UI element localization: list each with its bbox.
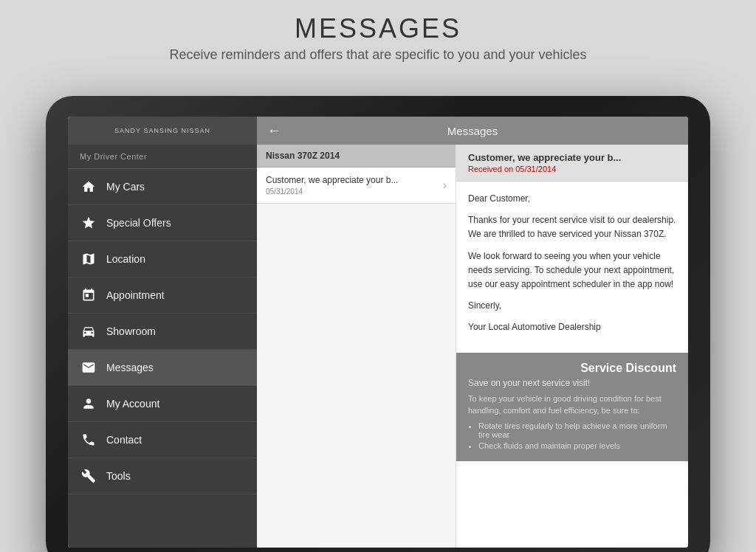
messages-label: Messages (106, 362, 154, 373)
detail-date: Received on 05/31/2014 (468, 165, 676, 173)
appointment-label: Appointment (106, 289, 165, 301)
discount-subtitle: Save on your next service visit! (468, 378, 676, 388)
dealer-name-label: SANDY SANSING NISSAN (114, 127, 210, 134)
sidebar-item-my-cars[interactable]: My Cars (68, 169, 257, 205)
sidebar-item-location[interactable]: Location (68, 241, 257, 277)
detail-header: Customer, we appreciate your b... Receiv… (456, 145, 688, 182)
contact-label: Contact (106, 434, 142, 446)
chevron-right-icon: › (443, 179, 447, 192)
special-offers-label: Special Offers (106, 217, 171, 229)
person-icon (80, 395, 97, 413)
bullet-2: Check fluids and maintain proper levels (478, 441, 676, 450)
message-date: 05/31/2014 (266, 187, 439, 196)
star-icon (80, 214, 97, 232)
page-subtitle: Receive reminders and offers that are sp… (30, 47, 726, 63)
app-content: My Driver Center My Cars Special Offers (68, 145, 688, 548)
app-bar-title: ← Messages (257, 117, 688, 145)
detail-body: Dear Customer, Thanks for your recent se… (456, 182, 688, 353)
detail-title: Customer, we appreciate your b... (468, 152, 676, 163)
car-icon (80, 322, 97, 340)
sidebar-item-contact[interactable]: Contact (68, 422, 257, 458)
message-content: Customer, we appreciate your b... 05/31/… (266, 175, 439, 196)
detail-greeting: Dear Customer, (468, 192, 676, 206)
phone-icon (80, 431, 97, 449)
back-button[interactable]: ← (267, 123, 281, 139)
envelope-icon (80, 359, 97, 376)
sidebar-item-showroom[interactable]: Showroom (68, 314, 257, 350)
dealer-name-bar: SANDY SANSING NISSAN (68, 117, 257, 145)
driver-center-label: My Driver Center (68, 145, 257, 169)
sidebar-item-messages[interactable]: Messages (68, 350, 257, 386)
calendar-icon (80, 286, 97, 304)
sidebar: My Driver Center My Cars Special Offers (68, 145, 257, 548)
message-list-item[interactable]: Customer, we appreciate your b... 05/31/… (257, 168, 456, 204)
bullet-1: Rotate tires regularly to help achieve a… (478, 421, 676, 439)
home-icon (80, 178, 97, 196)
sidebar-item-my-account[interactable]: My Account (68, 386, 257, 422)
sidebar-item-tools[interactable]: Tools (68, 458, 257, 494)
tools-label: Tools (106, 470, 131, 482)
my-account-label: My Account (106, 398, 159, 410)
screen: SANDY SANSING NISSAN ← Messages My Drive… (68, 117, 688, 548)
discount-body: To keep your vehicle in good driving con… (468, 393, 676, 417)
message-detail-panel: Customer, we appreciate your b... Receiv… (456, 145, 688, 548)
detail-body2: We look forward to seeing you when your … (468, 249, 676, 292)
showroom-label: Showroom (106, 325, 156, 337)
location-label: Location (106, 253, 145, 265)
page-header: MESSAGES Receive reminders and offers th… (0, 0, 756, 70)
tools-icon (80, 467, 97, 485)
message-subject: Customer, we appreciate your b... (266, 175, 413, 185)
app-bar: SANDY SANSING NISSAN ← Messages (68, 117, 688, 145)
my-cars-label: My Cars (106, 181, 145, 193)
screen-title-label: Messages (447, 125, 498, 137)
discount-bullets: Rotate tires regularly to help achieve a… (468, 421, 676, 450)
service-discount-box: Service Discount Save on your next servi… (456, 353, 688, 461)
message-list-header: Nissan 370Z 2014 (257, 145, 456, 168)
discount-title: Service Discount (468, 362, 676, 375)
tablet-frame: SANDY SANSING NISSAN ← Messages My Drive… (46, 96, 710, 552)
detail-signature: Your Local Automotive Dealership (468, 320, 676, 334)
detail-body1: Thanks for your recent service visit to … (468, 213, 676, 241)
sidebar-item-special-offers[interactable]: Special Offers (68, 205, 257, 241)
page-title: MESSAGES (30, 13, 726, 44)
sidebar-item-appointment[interactable]: Appointment (68, 277, 257, 314)
detail-closing: Sincerly, (468, 299, 676, 313)
map-icon (80, 250, 97, 268)
message-list-panel: Nissan 370Z 2014 Customer, we appreciate… (257, 145, 456, 548)
